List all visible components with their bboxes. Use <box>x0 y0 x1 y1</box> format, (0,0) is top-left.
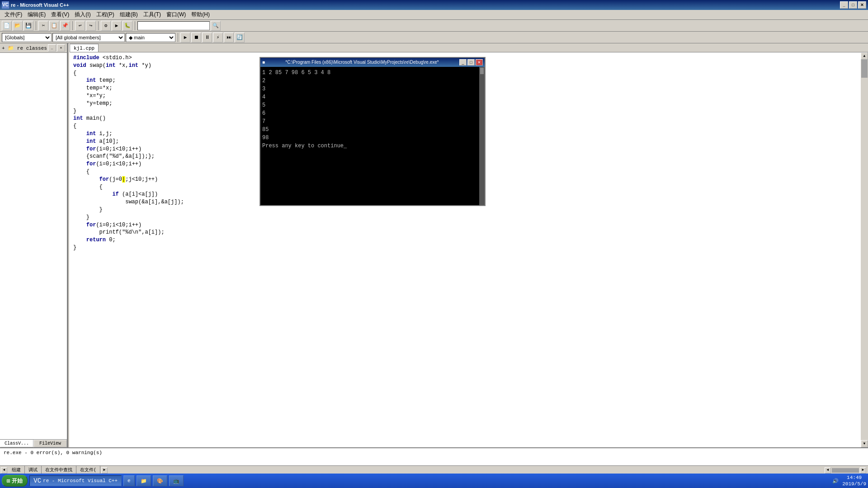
compile-button[interactable]: ⚙ <box>101 21 111 31</box>
taskbar-vc-icon: VC <box>33 477 41 484</box>
left-panel: + 📁 re classes _ ✕ ClassV... FileView <box>0 43 68 447</box>
console-output: 1 2 85 7 98 6 5 3 4 8 2 3 4 5 6 7 85 98 … <box>260 67 479 205</box>
debug-button[interactable]: 🐛 <box>123 21 132 31</box>
menu-build[interactable]: 组建(B) <box>117 10 141 19</box>
menu-help[interactable]: 帮助(H) <box>189 10 212 19</box>
code-line-22: } <box>73 214 864 221</box>
toolbar-2: [Globals] [All global members] ◆ main ▶ … <box>0 32 868 43</box>
taskbar-item-explorer[interactable]: 📁 <box>137 475 151 486</box>
console-close[interactable]: ✕ <box>476 59 483 66</box>
open-button[interactable]: 📂 <box>13 21 23 31</box>
tab-fileview[interactable]: FileView <box>33 440 67 447</box>
main-layout: + 📁 re classes _ ✕ ClassV... FileView kj… <box>0 43 868 447</box>
project-name: re classes <box>17 46 47 51</box>
panel-minimize[interactable]: _ <box>48 44 56 52</box>
taskbar-item-paint[interactable]: 🎨 <box>153 475 167 486</box>
folder-icon: 📁 <box>8 46 14 51</box>
minimize-button[interactable]: _ <box>840 1 848 9</box>
left-panel-header: + 📁 re classes _ ✕ <box>0 43 67 53</box>
console-minimize[interactable]: _ <box>459 59 467 66</box>
clock-time: 14:49 <box>842 474 866 481</box>
taskbar-ie-icon: e <box>127 478 131 483</box>
h-scroll-track <box>832 468 859 473</box>
code-editor[interactable]: #include <stdio.h> void swap(int *x,int … <box>70 52 868 447</box>
taskbar-item-ie[interactable]: e <box>123 475 135 486</box>
code-line-26: return 0; <box>73 236 864 244</box>
taskbar-paint-icon: 🎨 <box>157 478 163 484</box>
maximize-button[interactable]: □ <box>849 1 857 9</box>
console-line-5: 5 <box>262 101 477 109</box>
taskbar-right: 🔊 14:49 2019/5/9 <box>832 474 866 488</box>
console-scrollbar <box>479 67 485 205</box>
menu-file[interactable]: 文件(F) <box>2 10 25 19</box>
scroll-up[interactable]: ▲ <box>861 52 868 60</box>
window-title: re - Microsoft Visual C++ <box>11 2 69 8</box>
bottom-hscroll-left[interactable]: ◄ <box>825 467 831 474</box>
scroll-left-btn[interactable]: ◄ <box>1 467 7 474</box>
left-panel-content <box>0 53 67 439</box>
bottom-tab-bar: ◄ 组建 调试 在文件中查找 在文件( ► ◄ ► <box>0 465 868 474</box>
taskbar-item-vc[interactable]: VC re - Microsoft Visual C++ <box>29 475 122 486</box>
scroll-down[interactable]: ▼ <box>861 440 868 447</box>
undo-button[interactable]: ↩ <box>75 21 85 31</box>
editor-tab-bar: kjl.cpp <box>70 43 868 52</box>
members-dropdown[interactable]: [All global members] <box>52 33 125 42</box>
search-input[interactable] <box>137 21 210 30</box>
title-bar: VC re - Microsoft Visual C++ _ □ ✕ <box>0 0 868 10</box>
tb2-btn6[interactable]: 🔄 <box>235 33 245 42</box>
separator-4 <box>135 21 135 30</box>
code-line-24: printf("%d\n",a[i]); <box>73 229 864 236</box>
system-tray-sound: 🔊 <box>832 478 839 484</box>
globals-dropdown[interactable]: [Globals] <box>2 33 52 42</box>
copy-button[interactable]: 📋 <box>49 21 59 31</box>
console-line-6: 6 <box>262 109 477 117</box>
tab-classview[interactable]: ClassV... <box>0 440 33 447</box>
menu-project[interactable]: 工程(P) <box>94 10 117 19</box>
start-label: 开始 <box>12 477 23 485</box>
scroll-right-btn[interactable]: ► <box>101 467 108 474</box>
taskbar-media-icon: 📺 <box>173 478 179 484</box>
console-line-7: 7 <box>262 117 477 126</box>
console-title-text: *C:\Program Files (x86)\Microsoft Visual… <box>285 59 439 66</box>
cut-button[interactable]: ✂ <box>38 21 48 31</box>
console-buttons: _ □ ✕ <box>459 59 483 66</box>
console-title-bar: ■ *C:\Program Files (x86)\Microsoft Visu… <box>260 58 485 67</box>
panel-close[interactable]: ✕ <box>57 44 65 52</box>
paste-button[interactable]: 📌 <box>60 21 70 31</box>
menu-bar: 文件(F) 编辑(E) 查看(V) 插入(I) 工程(P) 组建(B) 工具(T… <box>0 10 868 20</box>
new-button[interactable]: 📄 <box>2 21 12 31</box>
bottom-panel: re.exe - 0 error(s), 0 warning(s) ◄ 组建 调… <box>0 447 868 474</box>
run-button[interactable]: ▶ <box>112 21 122 31</box>
console-line-9: 98 <box>262 134 477 142</box>
console-maximize[interactable]: □ <box>467 59 475 66</box>
menu-tools[interactable]: 工具(T) <box>141 10 164 19</box>
start-button[interactable]: ⊞ 开始 <box>2 475 28 487</box>
tb2-btn4[interactable]: ⚡ <box>213 33 223 42</box>
taskbar-item-media[interactable]: 📺 <box>169 475 184 486</box>
expand-icon[interactable]: + <box>2 46 5 51</box>
editor-tab-kjl[interactable]: kjl.cpp <box>70 44 99 52</box>
close-button[interactable]: ✕ <box>858 1 866 9</box>
save-button[interactable]: 💾 <box>24 21 33 31</box>
console-window: ■ *C:\Program Files (x86)\Microsoft Visu… <box>259 57 486 206</box>
function-dropdown[interactable]: ◆ main <box>126 33 175 42</box>
separator-3 <box>98 21 99 30</box>
console-line-2: 2 <box>262 77 477 85</box>
menu-view[interactable]: 查看(V) <box>48 10 72 19</box>
console-icon: ■ <box>262 59 265 66</box>
tb2-btn1[interactable]: ▶ <box>180 33 190 42</box>
bottom-hscroll-right[interactable]: ► <box>860 467 866 474</box>
console-line-4: 4 <box>262 93 477 101</box>
search-button[interactable]: 🔍 <box>211 21 221 31</box>
scroll-thumb <box>861 60 868 78</box>
tb2-btn3[interactable]: ⏸ <box>202 33 212 42</box>
menu-edit[interactable]: 编辑(E) <box>25 10 48 19</box>
tb2-btn5[interactable]: ⏭ <box>224 33 234 42</box>
tb2-btn2[interactable]: ⏹ <box>191 33 201 42</box>
console-line-1: 1 2 85 7 98 6 5 3 4 8 <box>262 69 477 77</box>
redo-button[interactable]: ↪ <box>86 21 96 31</box>
separator-5 <box>178 33 178 42</box>
menu-insert[interactable]: 插入(I) <box>72 10 93 19</box>
menu-window[interactable]: 窗口(W) <box>164 10 189 19</box>
scroll-thumb <box>480 68 484 74</box>
